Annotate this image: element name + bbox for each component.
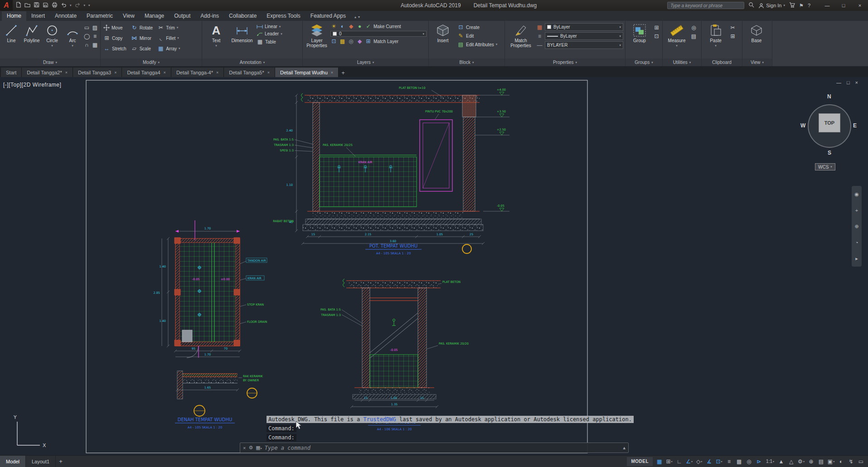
layer-select[interactable]: 0 ▾ [330,31,427,37]
sign-in-dropdown-icon[interactable]: ▾ [783,4,785,7]
edit-attributes-button[interactable]: ▤Edit Attributes▾ [456,41,498,48]
ribbon-options-icon[interactable]: ▾ [358,15,360,19]
measure-button[interactable]: Measure ▾ [664,22,689,48]
undo-icon[interactable] [61,1,67,10]
viewcube-east[interactable]: E [853,122,857,129]
file-tab-tangga5[interactable]: Detail Tangga5*× [224,68,275,77]
polar-tracking-toggle[interactable]: ∠▾ [684,457,694,466]
quick-select-icon[interactable]: ◎ [690,24,697,31]
ellipse-tool-icon[interactable]: ◯ [83,33,90,39]
paste-flyout-icon[interactable]: ▾ [715,44,717,48]
edit-block-button[interactable]: ✎Edit [456,32,498,39]
arc-flyout-icon[interactable]: ▾ [72,44,73,48]
annotation-panel-title[interactable]: Annotation▾ [202,58,302,66]
viewport-controls[interactable]: [-][Top][2D Wireframe] [3,82,61,88]
orbit-icon[interactable]: ◔ [855,240,858,245]
scale-tool[interactable]: ▱Scale [130,45,154,52]
properties-panel-title[interactable]: Properties▾ [505,58,625,66]
grid-toggle[interactable]: ▦ [655,457,664,466]
clean-screen-button[interactable]: ▭ [856,457,866,466]
stretch-tool[interactable]: ↔Stretch [102,45,127,52]
new-layout-button[interactable]: + [56,456,66,467]
layer-unisolate-icon[interactable]: ▩ [339,38,346,44]
ungroup-icon[interactable]: ⊞ [653,24,660,31]
file-tab-tangga-4[interactable]: Detail Tangga-4*× [171,68,224,77]
workspace-switching-button[interactable]: ⚙▾ [796,457,806,466]
file-tab-tangga3[interactable]: Detail Tangga3× [73,68,122,77]
save-as-icon[interactable] [43,1,48,10]
copy-clip-icon[interactable]: ⊞ [729,33,736,39]
match-layer-button[interactable]: Match Layer [373,39,398,44]
tab-close-icon[interactable]: × [164,70,166,75]
array-tool[interactable]: ▦Array▾ [156,45,181,52]
polyline-tool[interactable]: Polyline [22,22,41,43]
redo-dropdown-icon[interactable]: ▾ [84,4,86,7]
lineweight-icon[interactable]: ≡ [536,33,543,39]
new-tab-button[interactable]: + [339,68,348,77]
command-bar[interactable]: × ⚙ ▦▾ ▴ [240,443,629,453]
layer-states-icon[interactable]: ◆ [356,38,363,44]
groups-panel-title[interactable]: Groups▾ [626,58,662,66]
gradient-tool-icon[interactable]: ≡ [92,33,98,39]
drawing-canvas[interactable]: 2.40 1.10 45 +4.00 +3.50 +2.50 -0.05 PLA… [0,77,868,455]
layer-isolate-icon[interactable]: ⊡ [330,38,337,44]
pan-icon[interactable]: + [855,208,858,213]
object-color-select[interactable]: ByLayer▾ [545,23,623,31]
spline-tool-icon[interactable]: ∩ [83,42,90,48]
lock-ui-button[interactable]: ▣▾ [826,457,836,466]
ribbon-minimize-icon[interactable]: ▴ [354,15,356,19]
view-panel-title[interactable]: View▾ [742,58,772,66]
open-file-icon[interactable] [24,1,30,10]
close-button[interactable]: × [852,0,868,11]
search-icon[interactable] [748,1,754,10]
table-tool[interactable]: ▦Table [256,38,283,45]
show-motion-icon[interactable]: ▸ [855,256,858,262]
command-recent-icon[interactable]: ▦▾ [256,445,262,451]
graphics-performance-toggle[interactable]: ↯ [846,457,856,466]
selection-cycling-toggle[interactable]: ◎ [744,457,754,466]
move-tool[interactable]: Move [102,24,127,31]
redo-icon[interactable] [75,1,81,10]
arc-tool[interactable]: Arc ▾ [63,22,82,48]
dimension-tool[interactable]: Dimension [230,22,254,43]
plot-icon[interactable] [52,1,58,10]
model-space-toggle[interactable]: MODEL [627,457,653,466]
file-tab-tangga2[interactable]: Detail Tangga2*× [22,68,73,77]
ribbon-tab-annotate[interactable]: Annotate [50,11,82,21]
autoscale-toggle[interactable]: △ [786,457,796,466]
layer-select-caret-icon[interactable]: ▾ [422,32,424,36]
make-current-button[interactable]: Make Current [373,24,401,29]
command-input[interactable] [265,445,621,451]
file-tab-tempat-wudhu[interactable]: Detail Tempat Wudhu× [275,68,339,77]
search-input[interactable] [667,2,744,9]
match-layer-icon[interactable]: ⊞ [365,38,372,44]
tab-close-icon[interactable]: × [331,70,333,75]
modify-panel-title[interactable]: Modify▾ [101,58,202,66]
object-snap-toggle[interactable]: ⊡▾ [714,457,724,466]
qat-customize-icon[interactable]: ▾ [88,4,90,7]
zoom-icon[interactable]: ⊕ [854,224,858,229]
object-color-icon[interactable]: ▦ [536,24,543,30]
dynamic-input-toggle[interactable]: ⊳ [754,457,764,466]
rectangle-tool-icon[interactable]: ▭ [83,24,90,31]
minimize-button[interactable]: — [819,0,835,11]
tab-close-icon[interactable]: × [267,70,270,75]
transparency-toggle[interactable]: ▩ [734,457,744,466]
annotation-scale-button[interactable]: 1:1▾ [764,457,776,466]
ribbon-tab-home[interactable]: Home [2,11,26,21]
tab-close-icon[interactable]: × [114,70,116,75]
linetype-select[interactable]: BYLAYER▾ [545,41,623,49]
linear-dim-tool[interactable]: Linear▾ [256,24,283,29]
wcs-selector[interactable]: WCS▾ [815,163,835,170]
rotate-tool[interactable]: ↻Rotate [130,24,154,31]
layer-on-icon[interactable]: ☀ [330,23,337,29]
ribbon-tab-parametric[interactable]: Parametric [82,11,118,21]
insert-block-button[interactable]: Insert [431,22,455,43]
region-tool-icon[interactable]: ▦ [92,42,98,48]
measure-flyout-icon[interactable]: ▾ [676,44,678,48]
help-icon[interactable]: ? [808,3,810,8]
layer-lock-icon[interactable]: ◆ [348,23,354,29]
block-panel-title[interactable]: Block▾ [429,58,504,66]
viewcube-south[interactable]: S [828,150,831,156]
draw-panel-title[interactable]: Draw▾ [0,58,100,66]
